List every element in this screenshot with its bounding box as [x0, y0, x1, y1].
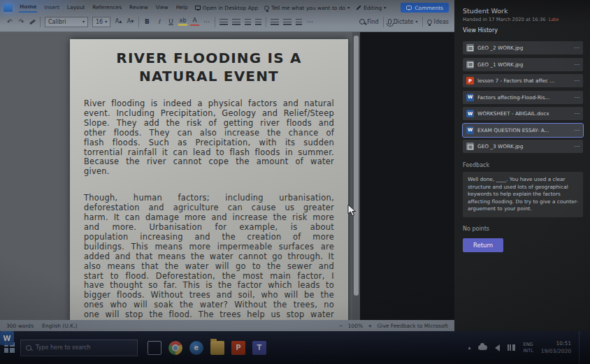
attachment-card-selected[interactable]: W EXAM QUESTION ESSAY- A... ⋯	[463, 124, 583, 137]
powerpoint-taskbar-icon[interactable]: P	[231, 341, 245, 355]
more-font-options-button[interactable]: ⋯	[203, 19, 210, 25]
format-painter-icon[interactable]	[29, 19, 36, 24]
line-spacing-button[interactable]	[296, 19, 302, 25]
divider	[266, 17, 266, 27]
tab-view[interactable]: View	[155, 3, 169, 12]
bold-button[interactable]: B	[143, 19, 151, 25]
word-file-icon: W	[466, 94, 474, 101]
network-icon[interactable]	[508, 344, 515, 351]
highlight-button[interactable]: ab	[179, 18, 187, 26]
clock-date: 19/03/2020	[541, 348, 571, 355]
underline-button[interactable]: U	[167, 19, 175, 25]
show-desktop-button[interactable]	[579, 331, 582, 364]
tab-references[interactable]: References	[92, 3, 122, 12]
return-button[interactable]: Return	[463, 238, 503, 252]
file-explorer-icon[interactable]	[210, 341, 224, 355]
word-count[interactable]: 300 words	[6, 323, 34, 329]
search-icon	[26, 345, 31, 351]
edge-icon[interactable]: e	[189, 341, 203, 355]
grow-font-button[interactable]: A▴	[115, 19, 122, 24]
attachment-card[interactable]: GEO _1 WORK.jpg ⋯	[463, 58, 583, 71]
hidden-icons-chevron[interactable]: ▴	[468, 345, 470, 351]
no-points-label: No points	[463, 226, 583, 232]
attachment-card[interactable]: P lesson 7 - Factors that affec ... ⋯	[463, 74, 583, 87]
file-name: Factors affecting-Flood-Ris...	[477, 94, 570, 101]
word-taskbar-icon[interactable]: W	[0, 331, 14, 345]
bullet-list-button[interactable]	[220, 19, 228, 25]
file-more-button[interactable]: ⋯	[574, 110, 580, 117]
font-name-select[interactable]: Calibri ▾	[45, 17, 88, 27]
file-more-button[interactable]: ⋯	[574, 143, 580, 150]
zoom-out-button[interactable]: −	[338, 323, 343, 329]
ideas-label: Ideas	[434, 19, 449, 25]
taskbar-search[interactable]: Type here to search	[20, 340, 138, 356]
vertical-scrollbar[interactable]	[352, 32, 360, 320]
scrollbar-thumb[interactable]	[354, 36, 359, 296]
file-more-button[interactable]: ⋯	[574, 61, 580, 68]
language-line-1: ENG	[523, 342, 533, 347]
more-paragraph-options-button[interactable]: ⋯	[306, 19, 314, 25]
tab-insert[interactable]: Insert	[43, 3, 60, 12]
document-paragraph-2: Though, human factors; including urbanis…	[84, 194, 334, 320]
give-feedback-link[interactable]: Give Feedback to Microsoft	[377, 323, 448, 329]
view-history-link[interactable]: View History	[463, 27, 583, 34]
attachment-card[interactable]: GEO _2 WORK.jpg ⋯	[463, 41, 583, 54]
attachment-card[interactable]: W WORKSHEET - ABIGAIL.docx ⋯	[463, 107, 583, 120]
ribbon: Home Insert Layout References Review Vie…	[0, 0, 454, 32]
language-status[interactable]: English (U.K.)	[42, 323, 78, 329]
search-icon	[359, 19, 365, 24]
chevron-down-icon: ▾	[105, 20, 107, 24]
tell-me-search[interactable]: Tell me what you want to do ▾	[264, 5, 350, 11]
file-more-button[interactable]: ⋯	[574, 94, 580, 101]
attachment-card[interactable]: W Factors affecting-Flood-Ris... ⋯	[463, 91, 583, 104]
font-color-button[interactable]: A	[191, 17, 199, 26]
ideas-button[interactable]: Ideas	[427, 19, 449, 25]
volume-icon[interactable]	[495, 344, 500, 351]
decrease-indent-button[interactable]	[245, 19, 251, 25]
justify-button[interactable]	[283, 19, 292, 25]
file-more-button[interactable]: ⋯	[574, 45, 580, 51]
font-size-select[interactable]: 16 ▾	[92, 17, 110, 27]
teams-taskbar-icon[interactable]: T	[252, 341, 266, 355]
tab-layout[interactable]: Layout	[66, 3, 86, 12]
tab-help[interactable]: Help	[175, 3, 189, 12]
document-page[interactable]: RIVER FLOODING IS ANATURAL EVENT River f…	[70, 39, 348, 320]
italic-button[interactable]: I	[155, 19, 163, 25]
file-name: EXAM QUESTION ESSAY- A...	[477, 127, 570, 133]
undo-button[interactable]: ↶	[6, 19, 13, 25]
task-view-icon[interactable]	[148, 341, 161, 355]
open-in-desktop-app-button[interactable]: Open in Desktop App	[195, 5, 259, 11]
tab-home[interactable]: Home	[19, 3, 37, 13]
ribbon-tab-row: Home Insert Layout References Review Vie…	[0, 0, 454, 13]
comments-button[interactable]: Comments	[401, 3, 449, 13]
editing-mode-dropdown[interactable]: Editing ▾	[356, 5, 386, 11]
divider	[422, 17, 423, 27]
title-line-2: NATURAL EVENT	[139, 68, 279, 85]
status-bar-right: − 100% + Give Feedback to Microsoft	[338, 323, 448, 329]
onedrive-icon[interactable]	[478, 345, 487, 350]
late-badge: Late	[549, 17, 559, 22]
pen-icon	[357, 6, 361, 10]
divider	[383, 17, 384, 27]
zoom-in-button[interactable]: +	[368, 323, 372, 329]
redo-button[interactable]: ↷	[17, 19, 25, 25]
file-more-button[interactable]: ⋯	[574, 78, 580, 84]
numbered-list-button[interactable]	[232, 19, 240, 25]
zoom-level[interactable]: 100%	[348, 323, 363, 329]
dictate-button[interactable]: Dictate ▾	[388, 19, 418, 25]
divider	[215, 17, 215, 27]
increase-indent-button[interactable]	[255, 19, 261, 25]
attachment-card[interactable]: GEO _3 WORK.jpg ⋯	[463, 140, 583, 153]
shrink-font-button[interactable]: A▾	[127, 19, 134, 24]
language-indicator[interactable]: ENG INTL	[523, 342, 533, 354]
tab-review[interactable]: Review	[129, 3, 149, 12]
file-more-button[interactable]: ⋯	[574, 127, 580, 133]
taskbar-app-icons: e W P T	[148, 341, 266, 355]
formatting-toolbar: ↶ ↷ Calibri ▾ 16 ▾ A▴ A▾ B I U ab	[0, 13, 454, 30]
windows-taskbar: Type here to search e W P T ▴ ENG INTL 1…	[0, 331, 590, 364]
align-left-button[interactable]	[271, 19, 279, 25]
taskbar-clock[interactable]: 10:51 19/03/2020	[541, 340, 571, 354]
find-button[interactable]: Find	[359, 19, 378, 25]
chrome-icon[interactable]	[168, 341, 182, 355]
word-file-icon: W	[466, 126, 474, 134]
